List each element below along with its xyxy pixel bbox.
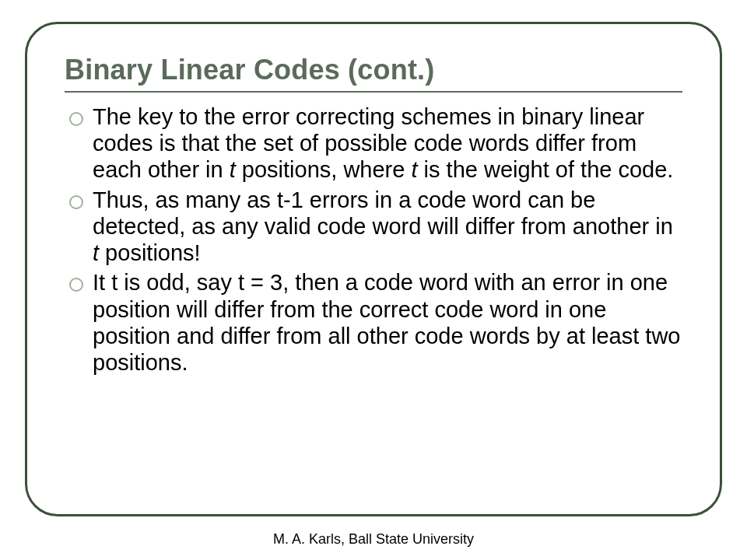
slide-frame: Binary Linear Codes (cont.) The key to t… (25, 22, 722, 516)
bullet-text: positions, where (236, 157, 412, 182)
bullet-text: positions! (99, 240, 201, 265)
bullet-list: The key to the error correcting schemes … (65, 103, 682, 376)
slide-title: Binary Linear Codes (cont.) (65, 54, 682, 86)
italic-var: t (411, 157, 417, 182)
bullet-text: Thus, as many as t-1 errors in a code wo… (93, 187, 673, 239)
list-item: Thus, as many as t-1 errors in a code wo… (65, 187, 682, 267)
bullet-text: It t is odd, say t = 3, then a code word… (93, 270, 680, 375)
title-divider (65, 91, 682, 93)
slide-footer: M. A. Karls, Ball State University (0, 531, 747, 548)
bullet-text: is the weight of the code. (418, 157, 674, 182)
list-item: It t is odd, say t = 3, then a code word… (65, 269, 682, 376)
list-item: The key to the error correcting schemes … (65, 103, 682, 184)
italic-var: t (93, 240, 99, 265)
italic-var: t (230, 157, 236, 182)
